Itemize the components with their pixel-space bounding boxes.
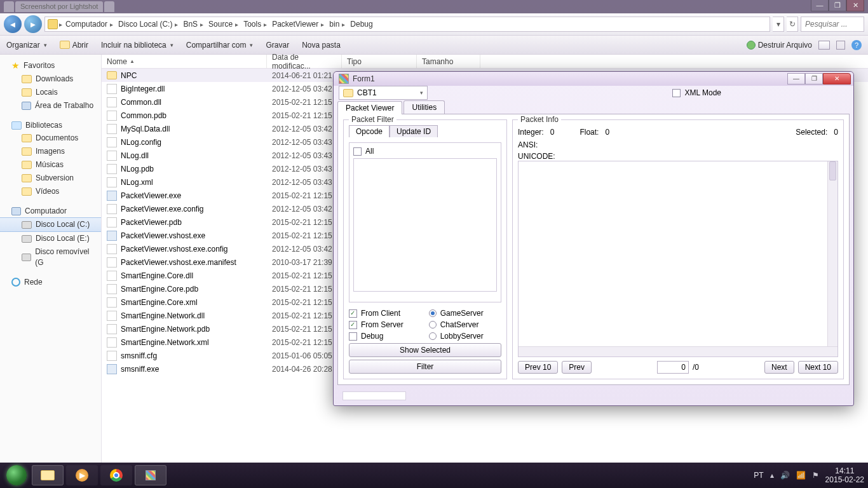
sidebar-disk-e[interactable]: Disco Local (E:) [0, 232, 101, 245]
opcode-list[interactable] [353, 158, 497, 292]
sidebar-subversion[interactable]: Subversion [0, 172, 101, 185]
capture-select[interactable]: CBT1 ▾ [339, 86, 428, 100]
sidebar-images[interactable]: Imagens [0, 145, 101, 158]
breadcrumb[interactable]: ▸ Computador Disco Local (C:) BnS Source… [44, 17, 770, 32]
file-name: PacketViewer.exe.config [121, 205, 204, 214]
flag-icon[interactable]: ⚑ [812, 471, 819, 480]
sidebar-favorites[interactable]: ★Favoritos [0, 58, 101, 72]
language-indicator[interactable]: PT [754, 471, 763, 480]
folder-icon [107, 71, 117, 79]
tab-packet-viewer[interactable]: Packet Viewer [337, 101, 402, 114]
col-name[interactable]: Nome▲ [102, 55, 267, 68]
show-selected-button[interactable]: Show Selected [349, 343, 501, 357]
form1-minimize-button[interactable]: — [787, 73, 805, 85]
forward-button[interactable]: ► [24, 15, 42, 33]
burn-button[interactable]: Gravar [266, 41, 289, 50]
sidebar-computer[interactable]: Computador [0, 205, 101, 217]
help-icon[interactable]: ? [851, 40, 862, 50]
volume-icon[interactable]: 🔊 [780, 471, 790, 480]
breadcrumb-item[interactable]: Source [207, 20, 240, 29]
sidebar-disk-c[interactable]: Disco Local (C:) [0, 217, 101, 232]
sidebar-desktop[interactable]: Área de Trabalho [0, 99, 101, 112]
refresh-button[interactable]: ↻ [787, 17, 798, 32]
minimize-button[interactable]: — [811, 0, 829, 11]
col-type[interactable]: Tipo [342, 55, 417, 68]
sidebar-network[interactable]: Rede [0, 276, 101, 288]
maximize-button[interactable]: ❐ [829, 0, 846, 11]
browser-tab[interactable] [4, 1, 14, 12]
subtab-opcode[interactable]: Opcode [349, 125, 390, 137]
packet-filter-group: Packet Filter Opcode Update ID All From … [343, 119, 507, 379]
breadcrumb-item[interactable]: Debug [348, 20, 377, 29]
taskbar-chrome[interactable] [100, 465, 132, 485]
sidebar-downloads[interactable]: Downloads [0, 72, 101, 86]
form1-close-button[interactable]: ✕ [823, 73, 851, 85]
include-menu[interactable]: Incluir na biblioteca [101, 41, 173, 50]
address-dropdown[interactable]: ▾ [773, 17, 784, 32]
organize-menu[interactable]: Organizar [6, 41, 47, 50]
tab-utilities[interactable]: Utilities [403, 100, 445, 114]
page-input[interactable] [657, 361, 689, 374]
new-folder-button[interactable]: Nova pasta [302, 41, 341, 50]
preview-pane-icon[interactable] [836, 41, 845, 50]
share-menu[interactable]: Compartilhar com [186, 41, 254, 50]
col-size[interactable]: Tamanho [417, 55, 480, 68]
next-button[interactable]: Next [764, 361, 794, 374]
file-date: 2012-12-05 03:43 [267, 165, 342, 173]
taskbar-mediaplayer[interactable]: ▶ [66, 465, 98, 485]
doc-icon [107, 164, 117, 174]
horizontal-scrollbar[interactable] [519, 346, 837, 356]
taskbar-form1[interactable] [135, 465, 166, 485]
explorer-sidebar: ★Favoritos Downloads Locais Área de Trab… [0, 55, 102, 463]
breadcrumb-item[interactable]: Disco Local (C:) [116, 20, 180, 29]
form1-status-scroll[interactable] [342, 391, 406, 400]
destroy-file-button[interactable]: Destruir Arquivo [747, 41, 812, 50]
browser-tab[interactable] [104, 1, 114, 12]
breadcrumb-item[interactable]: PacketViewer [270, 20, 326, 29]
checkbox-icon [349, 309, 357, 318]
open-button[interactable]: Abrir [60, 41, 88, 50]
file-date: 2015-02-21 12:15 [267, 338, 342, 347]
next10-button[interactable]: Next 10 [798, 361, 838, 374]
packet-hex-view[interactable] [518, 161, 838, 357]
vertical-scrollbar[interactable] [827, 161, 837, 346]
scrollbar-thumb[interactable] [829, 161, 836, 180]
sidebar-libraries[interactable]: Bibliotecas [0, 119, 101, 132]
debug-checkbox[interactable]: Debug [349, 332, 403, 341]
search-input[interactable]: Pesquisar ... [801, 17, 864, 32]
sidebar-music[interactable]: Músicas [0, 158, 101, 172]
close-button[interactable]: ✕ [846, 0, 864, 11]
lobbyserver-radio[interactable]: LobbyServer [429, 332, 484, 341]
taskbar-explorer[interactable] [32, 465, 64, 485]
sidebar-places[interactable]: Locais [0, 86, 101, 99]
from-client-checkbox[interactable]: From Client [349, 309, 403, 318]
sidebar-removable[interactable]: Disco removível (G [0, 245, 101, 269]
sidebar-videos[interactable]: Vídeos [0, 185, 101, 198]
breadcrumb-item[interactable]: BnS [181, 20, 205, 29]
back-button[interactable]: ◄ [4, 15, 22, 33]
from-server-checkbox[interactable]: From Server [349, 320, 403, 329]
breadcrumb-item[interactable]: Tools [241, 20, 269, 29]
cfg-icon [107, 137, 117, 147]
sidebar-documents[interactable]: Documentos [0, 132, 101, 145]
chatserver-radio[interactable]: ChatServer [429, 320, 484, 329]
breadcrumb-item[interactable]: bin [327, 20, 347, 29]
network-tray-icon[interactable]: 📶 [796, 471, 806, 480]
col-date[interactable]: Data de modificaç... [267, 55, 342, 68]
prev10-button[interactable]: Prev 10 [518, 361, 558, 374]
xml-mode-checkbox[interactable]: XML Mode [672, 88, 721, 97]
form1-maximize-button[interactable]: ❐ [805, 73, 823, 85]
all-checkbox[interactable]: All [353, 147, 497, 156]
gameserver-radio[interactable]: GameServer [429, 309, 484, 318]
filter-button[interactable]: Filter [349, 360, 501, 374]
tray-chevron-icon[interactable]: ▴ [770, 471, 774, 480]
prev-button[interactable]: Prev [562, 361, 592, 374]
breadcrumb-item[interactable]: Computador [64, 20, 115, 29]
start-button[interactable] [4, 466, 29, 485]
form1-titlebar[interactable]: Form1 — ❐ ✕ [334, 72, 853, 86]
subtab-update-id[interactable]: Update ID [390, 125, 438, 137]
clock[interactable]: 14:11 2015-02-22 [825, 466, 864, 484]
view-options-icon[interactable] [818, 41, 830, 50]
file-name: Common.pdb [121, 111, 166, 120]
browser-tab[interactable]: Screenshot por Lightshot [15, 1, 103, 12]
